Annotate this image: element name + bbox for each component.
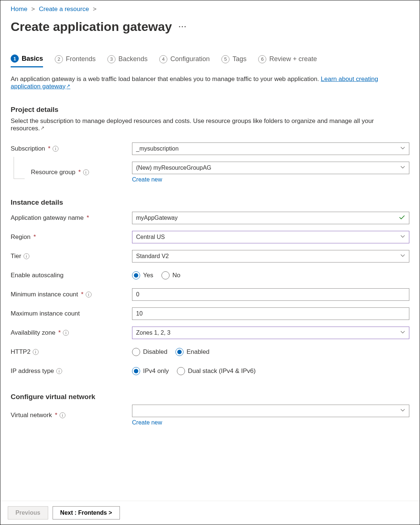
section-instance-details: Instance details (11, 198, 409, 207)
tab-step-number: 3 (107, 55, 115, 63)
tab-label: Review + create (269, 55, 317, 63)
checkmark-icon (399, 214, 405, 222)
tab-frontends[interactable]: 2 Frontends (55, 55, 96, 67)
chevron-down-icon (400, 165, 405, 171)
chevron-down-icon (400, 145, 405, 152)
info-icon[interactable]: i (83, 169, 89, 175)
app-gateway-name-value: myAppGateway (136, 215, 178, 221)
required-icon: * (48, 145, 51, 152)
radio-label: No (172, 272, 181, 279)
availability-zone-dropdown[interactable]: Zones 1, 2, 3 (132, 327, 409, 339)
info-icon[interactable]: i (63, 330, 69, 336)
subscription-value: _mysubscription (136, 145, 179, 152)
create-new-vnet-link[interactable]: Create new (132, 419, 162, 426)
resource-group-value: (New) myResourceGroupAG (136, 165, 211, 171)
required-icon: * (58, 329, 61, 337)
tab-tags[interactable]: 5 Tags (221, 55, 246, 67)
section-configure-vnet: Configure virtual network (11, 393, 409, 401)
tab-step-number: 5 (221, 55, 229, 63)
info-icon[interactable]: i (56, 368, 62, 374)
ip-v4-only-radio[interactable]: IPv4 only (132, 367, 169, 375)
radio-label: Dual stack (IPv4 & IPv6) (188, 367, 256, 375)
create-new-resource-group-link[interactable]: Create new (132, 176, 162, 183)
page-title: Create application gateway (11, 20, 172, 34)
tab-label: Frontends (66, 55, 96, 63)
enable-autoscaling-label: Enable autoscaling (11, 272, 64, 279)
radio-label: Disabled (143, 348, 167, 356)
app-gateway-name-label: Application gateway name (11, 214, 83, 222)
info-icon[interactable]: i (53, 146, 58, 152)
tab-step-number: 4 (159, 55, 167, 63)
http2-label: HTTP2 (11, 348, 31, 356)
breadcrumb-home[interactable]: Home (11, 6, 27, 13)
availability-zone-label: Availability zone (11, 329, 56, 337)
radio-label: Enabled (186, 348, 209, 356)
radio-label: IPv4 only (143, 367, 169, 375)
info-icon[interactable]: i (86, 292, 92, 297)
chevron-down-icon (400, 330, 405, 336)
breadcrumb: Home > Create a resource > (11, 6, 409, 13)
min-instance-label: Minimum instance count (11, 291, 78, 298)
tab-review-create[interactable]: 6 Review + create (258, 55, 317, 67)
required-icon: * (78, 169, 81, 176)
availability-zone-value: Zones 1, 2, 3 (136, 330, 170, 336)
tier-value: Standard V2 (136, 253, 169, 260)
intro-description: An application gateway is a web traffic … (11, 75, 321, 82)
external-link-icon: ↗ (40, 125, 45, 131)
wizard-footer: Previous Next : Frontends > (0, 501, 420, 525)
chevron-down-icon (400, 253, 405, 260)
wizard-tabs: 1 Basics 2 Frontends 3 Backends 4 Config… (11, 54, 409, 67)
required-icon: * (55, 412, 57, 419)
tier-dropdown[interactable]: Standard V2 (132, 250, 409, 262)
tab-label: Configuration (170, 55, 210, 63)
subscription-dropdown[interactable]: _mysubscription (132, 142, 409, 155)
ip-dual-stack-radio[interactable]: Dual stack (IPv4 & IPv6) (177, 367, 256, 375)
breadcrumb-create-resource[interactable]: Create a resource (39, 6, 89, 13)
chevron-down-icon (400, 408, 405, 414)
autoscaling-no-radio[interactable]: No (161, 271, 181, 279)
chevron-down-icon (400, 234, 405, 240)
resource-group-dropdown[interactable]: (New) myResourceGroupAG (132, 162, 409, 174)
more-actions-icon[interactable]: ··· (178, 22, 187, 31)
tab-step-number: 1 (11, 54, 19, 63)
info-icon[interactable]: i (60, 412, 65, 418)
max-instance-value: 10 (136, 310, 143, 317)
tab-label: Basics (22, 55, 43, 63)
required-icon: * (86, 214, 89, 222)
region-label: Region (11, 233, 31, 241)
virtual-network-dropdown[interactable] (132, 405, 409, 417)
tier-label: Tier (11, 253, 21, 260)
info-icon[interactable]: i (33, 349, 39, 355)
http2-enabled-radio[interactable]: Enabled (175, 348, 209, 356)
resource-group-label: Resource group (31, 169, 75, 176)
tab-configuration[interactable]: 4 Configuration (159, 55, 210, 67)
ip-type-label: IP address type (11, 367, 54, 375)
external-link-icon: ↗ (66, 83, 70, 89)
tab-label: Tags (232, 55, 246, 63)
radio-label: Yes (143, 272, 153, 279)
previous-button: Previous (8, 506, 48, 519)
required-icon: * (81, 291, 83, 298)
region-value: Central US (136, 234, 165, 240)
intro-text: An application gateway is a web traffic … (11, 75, 409, 90)
chevron-right-icon: > (31, 6, 35, 13)
required-icon: * (33, 233, 36, 241)
next-frontends-button[interactable]: Next : Frontends > (53, 506, 120, 519)
tab-label: Backends (118, 55, 147, 63)
region-dropdown[interactable]: Central US (132, 231, 409, 243)
section-project-details: Project details (11, 106, 409, 114)
min-instance-input[interactable]: 0 (132, 288, 409, 301)
tab-backends[interactable]: 3 Backends (107, 55, 147, 67)
http2-disabled-radio[interactable]: Disabled (132, 348, 167, 356)
tab-step-number: 2 (55, 55, 63, 63)
app-gateway-name-input[interactable]: myAppGateway (132, 212, 409, 224)
max-instance-input[interactable]: 10 (132, 307, 409, 320)
tab-step-number: 6 (258, 55, 266, 63)
min-instance-value: 0 (136, 291, 139, 298)
tree-indent-line (14, 157, 25, 179)
tab-basics[interactable]: 1 Basics (11, 54, 43, 67)
info-icon[interactable]: i (24, 253, 29, 259)
virtual-network-label: Virtual network (11, 412, 52, 419)
autoscaling-yes-radio[interactable]: Yes (132, 271, 153, 279)
subscription-label: Subscription (11, 145, 45, 152)
